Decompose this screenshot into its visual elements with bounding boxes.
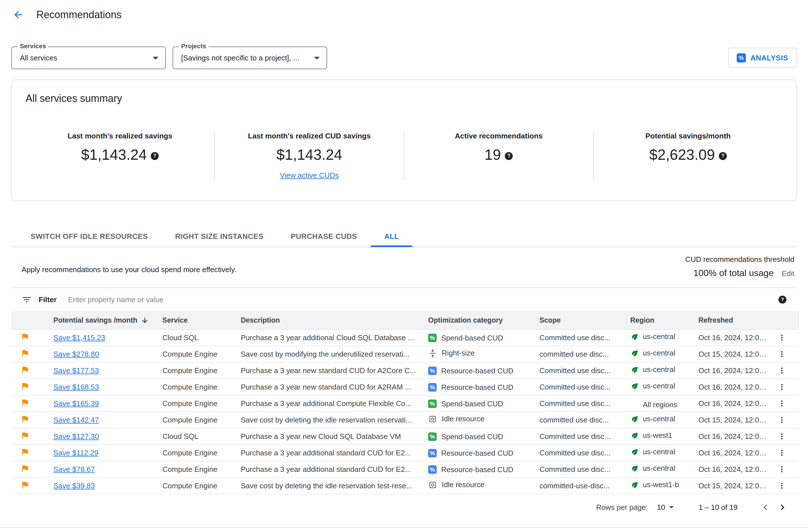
- table-body: Save $1,415.23 Cloud SQL Purchase a 3 ye…: [11, 329, 799, 494]
- row-menu-button[interactable]: [774, 346, 790, 362]
- refreshed-cell: Oct 15, 2024, 12:00...: [698, 477, 774, 494]
- service-cell: Compute Engine: [162, 477, 241, 494]
- scope-cell: committed use disc...: [539, 346, 630, 362]
- flag-icon[interactable]: [20, 382, 30, 391]
- category-label: Spend-based CUD: [441, 334, 503, 342]
- column-scope[interactable]: Scope: [539, 311, 630, 329]
- savings-link[interactable]: Save $177.53: [53, 366, 99, 375]
- region-label: All regions: [643, 400, 677, 409]
- tab-switch-off-idle-resources[interactable]: SWITCH OFF IDLE RESOURCES: [17, 226, 162, 247]
- filter-icon: [22, 294, 32, 305]
- savings-link[interactable]: Save $112.29: [53, 449, 98, 457]
- arrow-left-icon: [13, 9, 24, 20]
- recommendations-table: Potential savings /month Service Descrip…: [11, 311, 799, 494]
- region-label: us-west1: [643, 431, 672, 440]
- service-cell: Compute Engine: [162, 379, 241, 395]
- row-menu-button[interactable]: [774, 379, 790, 395]
- row-menu-button[interactable]: [774, 330, 790, 346]
- row-menu-button[interactable]: [774, 461, 790, 477]
- analysis-button-label: ANALYSIS: [750, 54, 788, 62]
- savings-link[interactable]: Save $1,415.23: [53, 334, 105, 342]
- stat-value: $1,143.24: [277, 147, 342, 163]
- help-icon[interactable]: ?: [505, 152, 513, 160]
- recommendations-page: Recommendations Services All services Pr…: [0, 0, 808, 532]
- help-icon[interactable]: ?: [719, 152, 727, 160]
- flag-icon[interactable]: [20, 365, 30, 374]
- back-button[interactable]: [7, 3, 30, 26]
- stat-label: Last month's realized CUD savings: [221, 132, 398, 140]
- row-menu-button[interactable]: [774, 363, 790, 379]
- page-range-label: 1 – 10 of 19: [699, 503, 738, 512]
- refreshed-cell: Oct 16, 2024, 12:00...: [698, 329, 774, 346]
- row-menu-button[interactable]: [774, 412, 790, 428]
- savings-link[interactable]: Save $142.47: [53, 416, 99, 424]
- column-description[interactable]: Description: [241, 311, 428, 329]
- row-menu-button[interactable]: [774, 396, 790, 412]
- scope-cell: Committed use disc...: [539, 379, 630, 395]
- category-label: Resource-based CUD: [441, 366, 513, 375]
- help-icon[interactable]: ?: [778, 296, 786, 304]
- leaf-icon: [630, 349, 639, 358]
- analysis-button[interactable]: % ANALYSIS: [728, 48, 797, 68]
- flag-icon[interactable]: [20, 464, 30, 473]
- next-page-button[interactable]: [774, 499, 791, 516]
- leaf-icon: [630, 464, 639, 473]
- sort-descending-icon: [141, 316, 149, 324]
- summary-card: All services summary Last month's realiz…: [11, 79, 797, 201]
- toolbar: Services All services Projects [Savings …: [11, 46, 797, 69]
- help-icon[interactable]: ?: [151, 152, 159, 160]
- threshold-edit-link[interactable]: Edit: [782, 269, 794, 278]
- flag-icon[interactable]: [20, 480, 30, 490]
- service-cell: Cloud SQL: [162, 329, 241, 346]
- tab-purchase-cuds[interactable]: PURCHASE CUDS: [277, 226, 370, 247]
- savings-link[interactable]: Save $78.67: [53, 465, 95, 474]
- tab-all[interactable]: ALL: [370, 226, 412, 247]
- table-row: Save $1,415.23 Cloud SQL Purchase a 3 ye…: [11, 329, 799, 346]
- category-label: Resource-based CUD: [441, 465, 513, 474]
- right-size-icon: [428, 349, 437, 358]
- scope-cell: Committed use disc...: [539, 428, 630, 444]
- previous-page-button[interactable]: [757, 499, 774, 516]
- description-cell: Save cost by modifying the underutilized…: [241, 346, 428, 362]
- flag-icon[interactable]: [20, 398, 30, 407]
- category-label: Spend-based CUD: [441, 432, 503, 441]
- region-label: us-central: [643, 349, 675, 358]
- filter-input[interactable]: [68, 296, 778, 304]
- column-region[interactable]: Region: [630, 311, 698, 329]
- row-menu-button[interactable]: [774, 445, 790, 461]
- description-cell: Purchase a 3 year additional Compute Fle…: [241, 395, 428, 412]
- category-label: Right-size: [442, 349, 475, 358]
- scope-cell: committed-use-disc...: [539, 477, 630, 494]
- column-refreshed[interactable]: Refreshed: [698, 311, 774, 329]
- flag-icon[interactable]: [20, 448, 30, 457]
- flag-icon[interactable]: [20, 332, 30, 341]
- column-service[interactable]: Service: [162, 311, 241, 329]
- view-active-cuds-link[interactable]: View active CUDs: [280, 171, 339, 180]
- region-label: us-central: [643, 382, 675, 391]
- flag-icon[interactable]: [20, 415, 30, 424]
- savings-link[interactable]: Save $127.30: [53, 432, 99, 441]
- row-menu-button[interactable]: [774, 478, 790, 494]
- column-potential-savings[interactable]: Potential savings /month: [43, 311, 162, 329]
- column-optimization-category[interactable]: Optimization category: [428, 311, 539, 329]
- flag-icon[interactable]: [20, 431, 30, 440]
- service-cell: Compute Engine: [162, 412, 241, 428]
- service-cell: Compute Engine: [162, 461, 241, 477]
- resource-based-cud-icon: %: [428, 366, 437, 375]
- services-select[interactable]: Services All services: [11, 46, 166, 69]
- category-label: Resource-based CUD: [441, 449, 513, 458]
- savings-link[interactable]: Save $278.80: [53, 350, 99, 358]
- rows-per-page-select[interactable]: 10: [657, 503, 674, 512]
- flag-icon[interactable]: [20, 349, 30, 358]
- tab-right-size-instances[interactable]: RIGHT SIZE INSTANCES: [162, 226, 277, 247]
- category-label: Idle resource: [442, 415, 484, 423]
- stat-last-month-realized-savings: Last month's realized savings $1,143.24?: [25, 132, 214, 180]
- panel-head: Apply recommendations to use your cloud …: [11, 247, 797, 287]
- tabs: SWITCH OFF IDLE RESOURCES RIGHT SIZE INS…: [11, 226, 797, 247]
- savings-link[interactable]: Save $168.53: [53, 383, 99, 391]
- projects-select[interactable]: Projects [Savings not specific to a proj…: [172, 46, 327, 69]
- savings-link[interactable]: Save $165.39: [53, 399, 99, 408]
- row-menu-button[interactable]: [774, 429, 790, 444]
- table-row: Save $142.47 Compute Engine Save cost by…: [11, 412, 799, 428]
- savings-link[interactable]: Save $39.83: [53, 481, 95, 490]
